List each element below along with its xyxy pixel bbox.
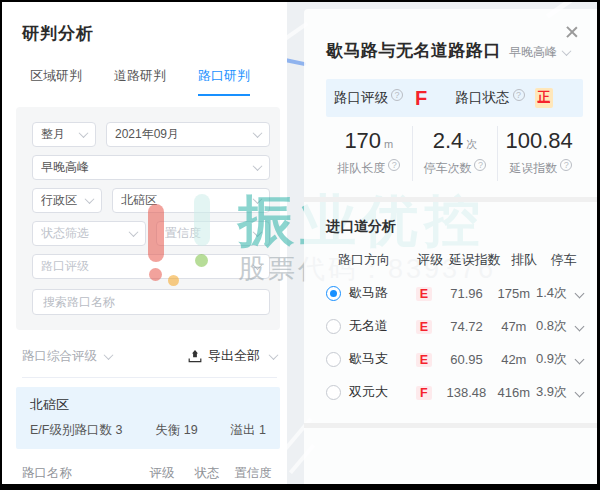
approach-row[interactable]: 双元大 F 138.48 416m 3.9次 (326, 383, 583, 401)
rating-select[interactable]: 路口评级 (32, 254, 270, 279)
composite-rating-select[interactable]: 路口综合评级 (22, 348, 112, 365)
approach-analysis-title: 进口道分析 (326, 218, 583, 236)
approach-table-header: 路口方向 评级 延误指数 排队 停车 (326, 251, 583, 269)
direction-name: 无名道 (349, 317, 388, 335)
approach-row[interactable]: 歇马路 E 71.96 175m 1.4次 (326, 284, 583, 302)
rating-status-box: 路口评级 ? F 路口状态 ? 正 (326, 79, 583, 117)
rating-label: 路口评级 (334, 89, 388, 107)
peak-select[interactable]: 早晚高峰 (32, 155, 270, 180)
rating-group: 路口评级 ? F (334, 87, 427, 110)
period-type-value: 整月 (41, 126, 80, 143)
ef-count-stat: E/F级别路口数 3 (30, 422, 122, 439)
direction-name: 双元大 (349, 383, 388, 401)
delay-value: 74.72 (438, 319, 494, 334)
col-name: 路口名称 (22, 465, 139, 482)
col-grade: 评级 (139, 465, 185, 482)
help-icon[interactable]: ? (513, 89, 525, 101)
page-title: 研判分析 (22, 22, 287, 45)
delay-index-stat: 100.84 延误指数? (497, 126, 583, 181)
col-grade: 评级 (415, 251, 445, 269)
queue-length-unit: m (384, 138, 393, 150)
intersection-table-header: 路口名称 评级 状态 置信度 (22, 465, 277, 482)
overflow-stat: 溢出 1 (231, 422, 266, 439)
peak-period-select[interactable]: 早晚高峰 (509, 44, 570, 61)
delay-value: 71.96 (438, 286, 494, 301)
district-summary-card[interactable]: 北碚区 E/F级别路口数 3 失衡 19 溢出 1 (16, 387, 280, 449)
district-stats: E/F级别路口数 3 失衡 19 溢出 1 (30, 422, 266, 439)
rating-placeholder: 路口评级 (41, 258, 254, 275)
stops-value: 1.4次 (533, 284, 570, 302)
tab-intersection-analysis[interactable]: 路口研判 (198, 67, 250, 96)
help-icon[interactable]: ? (560, 159, 572, 171)
chevron-down-icon (253, 161, 263, 171)
radio-icon[interactable] (326, 385, 341, 400)
radio-selected-icon[interactable] (326, 286, 341, 301)
district-type-select[interactable]: 行政区 (32, 188, 102, 213)
peak-value: 早晚高峰 (41, 159, 254, 176)
help-icon[interactable]: ? (388, 159, 400, 171)
direction-name: 歇马路 (349, 284, 388, 302)
chevron-down-icon (562, 46, 572, 56)
chevron-down-icon[interactable] (575, 387, 585, 397)
queue-length-stat: 170m 排队长度? (326, 126, 412, 181)
chevron-down-icon (104, 350, 114, 360)
tab-bar: 区域研判 道路研判 路口研判 (30, 67, 287, 96)
help-icon[interactable]: ? (474, 159, 486, 171)
composite-rating-label: 路口综合评级 (22, 348, 97, 365)
help-icon[interactable]: ? (391, 89, 403, 101)
col-direction: 路口方向 (326, 251, 415, 269)
delay-value: 60.95 (438, 352, 494, 367)
delay-index-label: 延误指数 (509, 160, 557, 177)
stop-count-unit: 次 (466, 138, 477, 150)
month-value: 2021年09月 (115, 126, 254, 143)
radio-icon[interactable] (326, 352, 341, 367)
chevron-down-icon (253, 260, 263, 270)
district-type-value: 行政区 (41, 192, 86, 209)
district-name: 北碚区 (30, 396, 266, 414)
col-status: 状态 (185, 465, 229, 482)
chevron-down-icon[interactable] (575, 354, 585, 364)
chevron-down-icon[interactable] (575, 321, 585, 331)
detail-title: 歇马路与无名道路路口 (326, 39, 501, 62)
approach-row[interactable]: 无名道 E 74.72 47m 0.8次 (326, 317, 583, 335)
chevron-down-icon (269, 350, 279, 360)
stop-count-stat: 2.4次 停车次数? (412, 126, 498, 181)
search-input[interactable] (32, 289, 270, 315)
month-select[interactable]: 2021年09月 (106, 122, 270, 147)
grade-badge: E (416, 287, 432, 301)
kpi-stats-row: 170m 排队长度? 2.4次 停车次数? 100.84 延误指数? (326, 126, 583, 181)
detail-title-row: 歇马路与无名道路路口 早晚高峰 (326, 39, 583, 62)
period-type-select[interactable]: 整月 (32, 122, 96, 147)
divider (22, 377, 277, 378)
chevron-down-icon[interactable] (575, 288, 585, 298)
status-label: 路口状态 (456, 89, 510, 107)
close-icon[interactable] (565, 25, 579, 39)
approach-row[interactable]: 歇马支 E 60.95 42m 0.9次 (326, 350, 583, 368)
chevron-down-icon (253, 128, 263, 138)
radio-icon[interactable] (326, 319, 341, 334)
status-filter-select[interactable]: 状态筛选 (32, 221, 146, 246)
queue-value: 47m (495, 319, 534, 334)
queue-value: 42m (495, 352, 534, 367)
filter-panel: 整月 2021年09月 早晚高峰 行政区 (16, 107, 280, 330)
rating-value: F (415, 87, 427, 110)
confidence-select[interactable]: 置信度 (156, 221, 270, 246)
status-badge: 正 (535, 88, 554, 108)
district-select[interactable]: 北碚区 (112, 188, 270, 213)
confidence-placeholder: 置信度 (165, 225, 254, 242)
queue-value: 175m (495, 286, 534, 301)
chevron-down-icon (79, 128, 89, 138)
tab-region-analysis[interactable]: 区域研判 (30, 67, 82, 96)
tab-road-analysis[interactable]: 道路研判 (114, 67, 166, 96)
status-filter-placeholder: 状态筛选 (41, 225, 130, 242)
grade-badge: E (416, 320, 432, 334)
queue-length-label: 排队长度 (337, 160, 385, 177)
stops-value: 3.9次 (533, 383, 570, 401)
peak-period-value: 早晚高峰 (509, 44, 557, 61)
queue-value: 416m (495, 385, 534, 400)
district-value: 北碚区 (121, 192, 254, 209)
col-delay: 延误指数 (445, 251, 504, 269)
export-all-button[interactable]: 导出全部 (188, 347, 277, 365)
list-toolbar: 路口综合评级 导出全部 (22, 347, 277, 365)
col-queue: 排队 (504, 251, 544, 269)
